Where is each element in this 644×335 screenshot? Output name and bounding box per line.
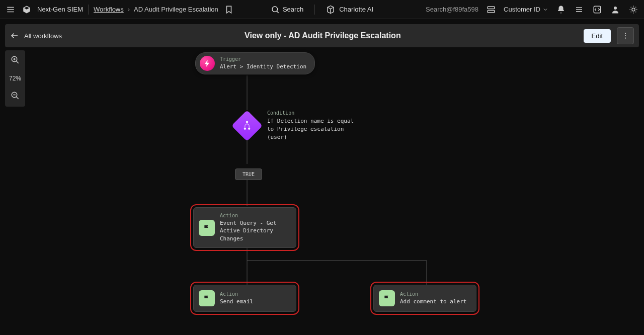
breadcrumb-workflows-link[interactable]: Workflows — [94, 6, 124, 13]
svg-point-22 — [625, 33, 626, 34]
workflow-edges — [0, 47, 644, 335]
node-kind-label: Action — [400, 291, 466, 297]
workflow-canvas-wrap: 72% Trigger Alert > Identity Detection — [0, 47, 644, 335]
stack-icon[interactable] — [574, 4, 585, 15]
arrow-left-icon — [10, 31, 19, 40]
product-logo-icon[interactable] — [21, 4, 32, 15]
flag-icon — [379, 290, 395, 306]
edit-button[interactable]: Edit — [584, 29, 611, 43]
svg-line-19 — [631, 12, 631, 12]
bolt-icon — [200, 56, 215, 71]
separator — [88, 5, 89, 15]
svg-point-3 — [272, 7, 278, 12]
chevron-right-icon: › — [128, 6, 130, 13]
node-action-event-query[interactable]: Action Event Query - Get Active Director… — [193, 207, 296, 248]
svg-point-23 — [625, 35, 626, 36]
page-title: View only - AD Audit Privilege Escalatio… — [68, 31, 577, 40]
user-icon[interactable] — [610, 4, 621, 15]
workflow-toolbar: All workflows View only - AD Audit Privi… — [5, 24, 639, 47]
charlotte-label: Charlotte AI — [339, 6, 373, 13]
svg-point-39 — [249, 128, 250, 129]
svg-point-38 — [244, 128, 246, 129]
node-desc: Event Query - Get Active Directory Chang… — [220, 219, 289, 242]
node-kind-label: Action — [220, 291, 253, 297]
svg-point-12 — [632, 8, 635, 11]
svg-rect-6 — [488, 10, 495, 13]
search-label: Search — [283, 6, 303, 13]
separator — [314, 5, 315, 15]
ai-cube-icon — [326, 5, 335, 14]
svg-line-17 — [631, 7, 631, 7]
flag-icon — [199, 290, 215, 306]
server-icon[interactable] — [486, 4, 497, 15]
svg-line-4 — [277, 11, 278, 13]
node-desc: Alert > Identity Detection — [220, 63, 306, 70]
bell-icon[interactable] — [555, 4, 567, 15]
svg-point-37 — [246, 121, 248, 123]
chevron-down-icon — [542, 7, 548, 13]
node-action-send-email[interactable]: Action Send email — [193, 285, 296, 312]
bookmark-icon[interactable] — [224, 5, 233, 14]
workflow-canvas[interactable]: Trigger Alert > Identity Detection Condi… — [0, 47, 644, 335]
node-kind-label: Trigger — [220, 56, 306, 62]
svg-line-18 — [635, 12, 636, 12]
node-desc: If Detection name is equal to Privilege … — [267, 117, 358, 141]
customer-id-label: Customer ID — [504, 6, 540, 13]
breadcrumb: Workflows › AD Audit Privilege Escalatio… — [94, 5, 233, 14]
account-text: Search@f89fa598 — [426, 6, 478, 13]
svg-line-20 — [635, 7, 636, 7]
search-icon — [271, 5, 280, 14]
code-icon[interactable] — [592, 4, 603, 15]
more-actions-button[interactable] — [617, 27, 634, 44]
breadcrumb-current: AD Audit Privilege Escalation — [134, 6, 218, 13]
top-nav: Next-Gen SIEM Workflows › AD Audit Privi… — [0, 0, 644, 19]
node-action-add-comment[interactable]: Action Add comment to alert — [373, 285, 476, 312]
back-all-workflows[interactable]: All workflows — [10, 31, 62, 40]
customer-id-dropdown[interactable]: Customer ID — [504, 6, 548, 13]
node-trigger[interactable]: Trigger Alert > Identity Detection — [195, 52, 315, 74]
node-kind-label: Action — [220, 213, 289, 218]
node-condition[interactable]: Condition If Detection name is equal to … — [236, 110, 358, 141]
flag-icon — [199, 220, 215, 236]
node-desc: Send email — [220, 298, 253, 305]
product-name: Next-Gen SIEM — [37, 6, 83, 13]
charlotte-ai[interactable]: Charlotte AI — [326, 5, 373, 14]
svg-rect-5 — [488, 7, 495, 9]
branch-icon — [231, 110, 263, 141]
hamburger-icon[interactable] — [5, 4, 16, 15]
back-label: All workflows — [24, 32, 62, 40]
svg-point-24 — [625, 38, 626, 39]
svg-point-11 — [614, 7, 617, 10]
branch-true-chip[interactable]: TRUE — [235, 169, 262, 180]
node-kind-label: Condition — [267, 110, 358, 116]
global-search[interactable]: Search — [271, 5, 303, 14]
theme-toggle-icon[interactable] — [628, 4, 639, 15]
node-desc: Add comment to alert — [400, 298, 466, 305]
